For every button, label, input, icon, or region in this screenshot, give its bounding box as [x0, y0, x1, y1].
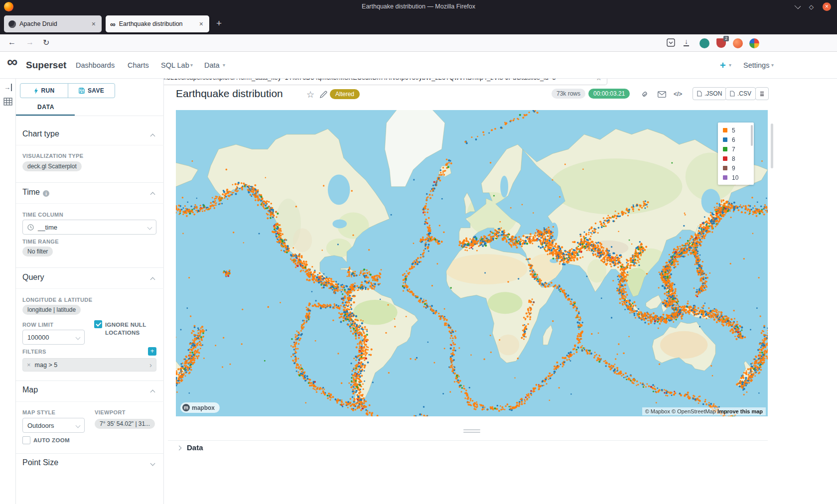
divider: [16, 203, 164, 204]
run-button[interactable]: RUN: [20, 83, 68, 98]
remove-filter-icon[interactable]: ×: [27, 361, 31, 369]
mapbox-mark-icon: m: [182, 404, 190, 411]
nav-dashboards[interactable]: Dashboards: [76, 52, 115, 79]
legend-item[interactable]: 10: [718, 173, 754, 182]
legend-scrollbar[interactable]: [751, 125, 753, 146]
favorite-star-icon[interactable]: ☆: [306, 89, 314, 100]
export-json-button[interactable]: .JSON: [693, 87, 726, 100]
resize-handle[interactable]: [463, 429, 480, 430]
attribution-osm[interactable]: © OpenStreetMap: [672, 408, 716, 414]
row-limit-select[interactable]: 100000: [22, 330, 85, 345]
legend-item[interactable]: 5: [718, 126, 754, 135]
window-minimize-button[interactable]: [794, 2, 801, 9]
downloads-icon[interactable]: ↓: [684, 37, 689, 46]
section-time[interactable]: Time: [22, 188, 40, 197]
superset-brand[interactable]: Superset: [26, 52, 66, 79]
lonlat-value[interactable]: longitude | latitude: [22, 305, 81, 315]
legend-item[interactable]: 7: [718, 144, 754, 154]
extension-icon-green[interactable]: [699, 38, 709, 48]
share-link-icon[interactable]: [641, 90, 649, 98]
collapse-rail: →: [0, 79, 16, 504]
viz-type-value[interactable]: deck.gl Scatterplot: [22, 161, 82, 171]
filter-chip[interactable]: × mag > 5 ›: [22, 358, 156, 372]
tab-data[interactable]: DATA: [37, 104, 54, 111]
resize-handle[interactable]: [463, 432, 480, 433]
nav-charts[interactable]: Charts: [128, 52, 149, 79]
superset-logo-icon[interactable]: ∞: [7, 49, 17, 75]
legend-item[interactable]: 8: [718, 154, 754, 163]
browser-window: Earthquake distribution — Mozilla Firefo…: [0, 0, 837, 504]
tab-label: Apache Druid: [19, 20, 86, 27]
divider: [16, 116, 164, 116]
viewport-value[interactable]: 7° 35' 54.02" | 31...: [95, 419, 155, 429]
tab-close-icon[interactable]: ×: [198, 20, 205, 28]
datasource-grid-icon[interactable]: [3, 98, 12, 106]
data-panel-title[interactable]: Data: [187, 443, 203, 452]
legend-item[interactable]: 9: [718, 163, 754, 173]
window-titlebar: Earthquake distribution — Mozilla Firefo…: [0, 0, 837, 13]
back-button[interactable]: ←: [8, 38, 16, 47]
time-column-label: TIME COLUMN: [22, 212, 63, 218]
reload-button[interactable]: ↻: [43, 38, 49, 47]
add-filter-button[interactable]: +: [148, 347, 156, 356]
section-map[interactable]: Map: [22, 385, 38, 394]
data-panel-chevron-icon[interactable]: [177, 446, 182, 451]
chart-menu-button[interactable]: [755, 87, 769, 100]
tab-apache-druid[interactable]: Apache Druid ×: [4, 15, 102, 32]
auto-zoom-checkbox[interactable]: [22, 436, 30, 444]
export-csv-label: .CSV: [737, 90, 751, 97]
improve-map-link[interactable]: Improve this map: [717, 408, 763, 414]
ublock-extension-icon[interactable]: 2: [716, 38, 726, 48]
new-caret-icon: ▾: [729, 62, 731, 68]
embed-code-icon[interactable]: </>: [674, 91, 682, 98]
filter-expand-icon[interactable]: ›: [149, 361, 152, 369]
export-csv-button[interactable]: .CSV: [725, 87, 756, 100]
attribution-mapbox[interactable]: © Mapbox: [645, 408, 670, 414]
mapbox-logo[interactable]: m mapbox: [180, 402, 220, 413]
nav-sql-lab[interactable]: SQL Lab: [161, 52, 189, 79]
time-range-value[interactable]: No filter: [22, 247, 53, 256]
legend-label: 8: [732, 155, 735, 162]
row-count-badge: 73k rows: [552, 89, 585, 99]
run-button-label: RUN: [41, 87, 55, 94]
section-point-size[interactable]: Point Size: [22, 458, 58, 467]
legend-item[interactable]: 6: [718, 135, 754, 144]
nav-data[interactable]: Data: [204, 52, 220, 79]
tab-label: Earthquake distribution: [119, 20, 194, 27]
filter-value: mag > 5: [35, 362, 58, 369]
ignore-null-label: IGNORE NULL LOCATIONS: [105, 321, 148, 337]
divider: [16, 401, 164, 402]
extension-icon-pinwheel[interactable]: [749, 38, 759, 48]
time-column-select[interactable]: __time: [22, 220, 156, 235]
extension-icon-orange[interactable]: [733, 38, 743, 48]
tab-earthquake-distribution[interactable]: ∞ Earthquake distribution ×: [106, 15, 209, 32]
tab-close-icon[interactable]: ×: [90, 20, 97, 28]
new-chart-button[interactable]: +: [720, 52, 726, 79]
window-maximize-button[interactable]: ◇: [809, 3, 814, 10]
save-to-pocket-icon[interactable]: [667, 38, 675, 47]
map-style-select[interactable]: Outdoors: [22, 418, 85, 433]
altered-badge[interactable]: Altered: [330, 89, 360, 99]
edit-pencil-icon[interactable]: [320, 91, 327, 98]
data-caret-icon: ▾: [223, 62, 225, 68]
divider: [16, 453, 164, 454]
map-legend: 5678910: [718, 123, 754, 185]
forward-button[interactable]: →: [26, 38, 34, 47]
map-canvas[interactable]: [176, 110, 768, 416]
select-caret-icon: [76, 423, 81, 428]
save-button[interactable]: SAVE: [68, 83, 115, 98]
new-tab-button[interactable]: +: [216, 18, 222, 29]
legend-swatch-icon: [723, 175, 727, 180]
email-icon[interactable]: [658, 91, 666, 98]
window-close-button[interactable]: ×: [823, 2, 831, 11]
expand-panel-icon[interactable]: →: [4, 84, 12, 91]
filters-label: FILTERS: [22, 349, 46, 355]
nav-settings[interactable]: Settings: [743, 52, 769, 79]
info-icon[interactable]: i: [43, 190, 49, 197]
superset-favicon-icon: ∞: [110, 20, 116, 28]
map-area[interactable]: 5678910 m mapbox © Mapbox © OpenStreetMa…: [176, 110, 768, 416]
scrollbar[interactable]: [771, 124, 773, 168]
ignore-null-checkbox[interactable]: [94, 320, 102, 328]
section-chart-type[interactable]: Chart type: [22, 129, 59, 138]
section-query[interactable]: Query: [22, 273, 44, 282]
